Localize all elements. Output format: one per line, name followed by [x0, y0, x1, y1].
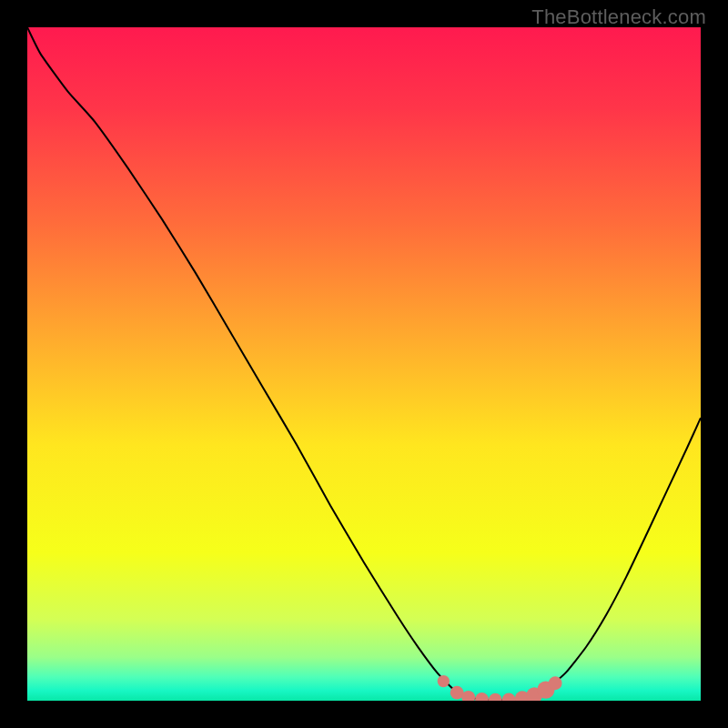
curve-marker — [549, 676, 562, 690]
gradient-background — [27, 27, 701, 701]
watermark-text: TheBottleneck.com — [531, 5, 706, 29]
curve-marker — [438, 675, 450, 687]
bottleneck-chart — [27, 27, 701, 701]
curve-marker — [450, 686, 464, 700]
chart-stage: TheBottleneck.com — [0, 0, 728, 728]
